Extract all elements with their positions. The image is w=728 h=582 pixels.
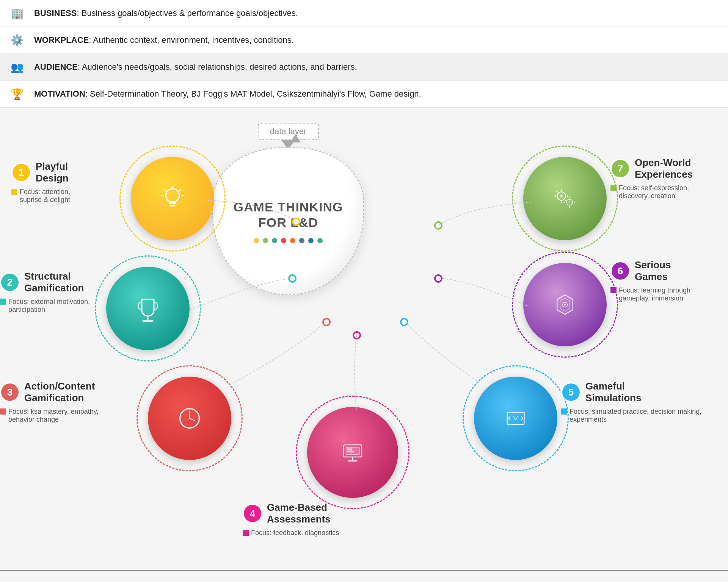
bottom-right: SERIOUS GAMEPLAY <box>519 580 713 582</box>
no-gameplay-label: NO GAMEPLAY <box>95 580 176 582</box>
clock-icon <box>174 403 205 433</box>
gears-icon <box>550 183 580 214</box>
item-3-label: 3 Action/ContentGamification Focus: ksa … <box>0 380 98 424</box>
item-6-label: 6 SeriousGames Focus: learning throughga… <box>610 259 690 302</box>
svg-point-43 <box>569 201 571 203</box>
connector-dot-5 <box>400 318 408 326</box>
workplace-desc: : Authentic context, environment, incent… <box>89 35 294 45</box>
bowl-dot-8 <box>317 238 323 243</box>
audience-icon: 👥 <box>8 58 27 77</box>
svg-rect-26 <box>347 451 354 452</box>
item-2-num: 2 <box>0 272 20 292</box>
header-text-workplace: WORKPLACE: Authentic context, environmen… <box>34 35 294 45</box>
connector-dot-3 <box>322 318 331 326</box>
item-1-focus: Focus: attention,suprise & delight <box>11 188 70 204</box>
header-text-business: BUSINESS: Business goals/objectives & pe… <box>34 8 298 18</box>
item-5-focus-text: Focus: simulated practice, decision maki… <box>570 408 701 424</box>
circle-4 <box>307 407 398 498</box>
svg-point-2 <box>166 189 179 202</box>
item-2-title: StructuralGamification <box>24 271 84 294</box>
svg-point-39 <box>564 304 566 306</box>
item-4-num: 4 <box>243 504 262 523</box>
item-6-focus-text: Focus: learning throughgameplay, immersi… <box>619 286 690 302</box>
connector-dot-4 <box>353 331 361 340</box>
item-1-num: 1 <box>11 163 31 182</box>
header-row-audience: 👥 AUDIENCE: Audience's needs/goals, soci… <box>0 54 728 81</box>
lightbulb-icon <box>157 183 188 214</box>
item-4-focus-square <box>243 530 249 536</box>
svg-line-49 <box>565 200 566 201</box>
item-5-num: 5 <box>561 382 581 402</box>
connector-dot-2 <box>288 274 297 283</box>
connector-dot-1 <box>292 217 300 226</box>
data-layer-label: data layer <box>270 127 307 136</box>
svg-rect-9 <box>169 205 176 207</box>
svg-rect-8 <box>169 202 176 204</box>
svg-line-33 <box>521 418 523 420</box>
item-2-focus-text: Focus: external motivation,participation <box>8 298 90 314</box>
serious-gameplay-label: SERIOUS GAMEPLAY <box>519 580 633 582</box>
bowl-dot-7 <box>308 238 314 243</box>
svg-marker-1 <box>290 134 301 142</box>
svg-rect-25 <box>347 449 352 451</box>
trophy-icon <box>133 293 163 324</box>
header-row-business: 🏢 BUSINESS: Business goals/objectives & … <box>0 0 728 27</box>
item-6-num-row: 6 SeriousGames <box>610 259 690 283</box>
bowl-dot-1 <box>254 238 259 243</box>
item-6-title: SeriousGames <box>635 259 671 283</box>
item-5-label: 5 GamefulSimulations Focus: simulated pr… <box>561 380 701 424</box>
svg-rect-24 <box>346 447 359 454</box>
bowl-shape: GAME THINKING FOR L&D <box>212 147 364 295</box>
item-5-title: GamefulSimulations <box>585 380 641 404</box>
arrow-up-indicator <box>290 134 301 144</box>
bowl-dot-2 <box>263 238 268 243</box>
item-1-num-row: 1 PlayfulDesign <box>11 161 70 184</box>
circle-2 <box>106 267 190 350</box>
svg-line-34 <box>513 416 516 420</box>
motivation-desc: : Self-Determination Theory, BJ Fogg's M… <box>85 89 421 99</box>
item-7-title: Open-WorldExperiences <box>635 157 693 180</box>
item-1-label: 1 PlayfulDesign Focus: attention,suprise… <box>11 161 70 204</box>
header-section: 🏢 BUSINESS: Business goals/objectives & … <box>0 0 728 108</box>
item-7-label: 7 Open-WorldExperiences Focus: self-expr… <box>610 157 693 200</box>
item-7-num: 7 <box>610 159 630 178</box>
circle-7 <box>523 157 607 240</box>
item-6-num: 6 <box>610 261 630 281</box>
workplace-icon: ⚙️ <box>8 31 27 50</box>
item-5-num-row: 5 GamefulSimulations <box>561 380 701 404</box>
item-1-focus-square <box>11 189 17 195</box>
svg-line-48 <box>557 191 557 192</box>
svg-rect-28 <box>348 460 358 462</box>
item-5-focus-square <box>561 408 567 415</box>
item-7-focus: Focus: self-expression,discovery, creati… <box>610 184 693 200</box>
svg-line-35 <box>516 416 518 420</box>
item-1-focus-text: Focus: attention,suprise & delight <box>20 188 70 204</box>
header-text-motivation: MOTIVATION: Self-Determination Theory, B… <box>34 89 421 99</box>
header-text-audience: AUDIENCE: Audience's needs/goals, social… <box>34 62 357 72</box>
item-4-title: Game-BasedAssessments <box>267 502 331 525</box>
bowl-dot-6 <box>299 238 304 243</box>
circle-3 <box>148 377 231 460</box>
item-4-focus-text: Focus: feedback, diagnostics <box>251 529 339 537</box>
svg-line-5 <box>179 189 181 191</box>
connector-dot-6 <box>434 274 442 283</box>
item-2-num-row: 2 StructuralGamification <box>0 271 90 294</box>
bowl-title-line1: GAME THINKING <box>234 199 343 215</box>
data-layer-box: data layer <box>258 123 319 140</box>
item-3-focus-text: Focus: ksa mastery, empathy,behavior cha… <box>8 408 98 424</box>
bottom-left: NO GAMEPLAY <box>15 580 176 582</box>
brackets-icon <box>500 403 531 433</box>
bottom-bar: NO GAMEPLAY Zsolt Olah (www.rabbitoreg.c… <box>0 570 728 582</box>
business-icon: 🏢 <box>8 4 27 23</box>
svg-point-41 <box>560 195 563 198</box>
item-1-title: PlayfulDesign <box>36 161 69 184</box>
circle-5 <box>474 377 557 460</box>
connector-dot-7 <box>434 221 442 230</box>
item-7-focus-square <box>610 185 617 191</box>
item-2-focus: Focus: external motivation,participation <box>0 298 90 314</box>
audience-desc: : Audience's needs/goals, social relatio… <box>78 62 357 72</box>
motivation-icon: 🏆 <box>8 84 27 103</box>
item-4-num-row: 4 Game-BasedAssessments <box>243 502 339 525</box>
item-4-label: 4 Game-BasedAssessments Focus: feedback,… <box>243 502 339 537</box>
item-6-focus-square <box>610 287 617 293</box>
